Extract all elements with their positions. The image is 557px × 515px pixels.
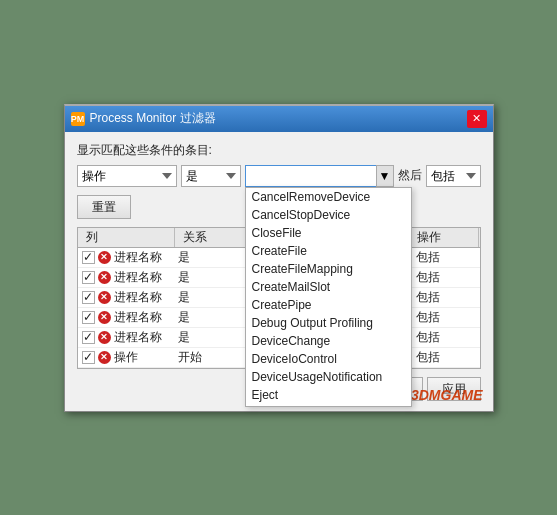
checkbox-5[interactable]: ✓	[82, 351, 95, 364]
td-col-2: ✓ ✕ 进程名称	[78, 289, 175, 306]
td-act-1: 包括	[412, 269, 479, 286]
value-wrapper: ▼ CancelRemoveDeviceCancelStopDeviceClos…	[245, 165, 394, 187]
x-icon-2: ✕	[98, 291, 111, 304]
reset-button[interactable]: 重置	[77, 195, 131, 219]
td-col-0: ✓ ✕ 进程名称	[78, 249, 175, 266]
dropdown-arrow-btn[interactable]: ▼	[376, 165, 394, 187]
dropdown-list: CancelRemoveDeviceCancelStopDeviceCloseF…	[245, 187, 412, 407]
th-act: 操作	[409, 228, 479, 247]
filter-value-input[interactable]	[245, 165, 394, 187]
checkbox-2[interactable]: ✓	[82, 291, 95, 304]
td-col-4: ✓ ✕ 进程名称	[78, 329, 175, 346]
td-act-5: 包括	[412, 349, 479, 366]
action-select[interactable]: 操作进程名称PID路径结果	[77, 165, 177, 187]
dropdown-item[interactable]: CreateMailSlot	[246, 278, 411, 296]
is-select[interactable]: 是不是小于大于	[181, 165, 241, 187]
app-icon: PM	[71, 112, 85, 126]
checkbox-0[interactable]: ✓	[82, 251, 95, 264]
window-title: Process Monitor 过滤器	[90, 110, 216, 127]
main-window: PM Process Monitor 过滤器 ✕ 显示匹配这些条件的条目: 操作…	[64, 104, 494, 412]
x-icon-0: ✕	[98, 251, 111, 264]
checkbox-1[interactable]: ✓	[82, 271, 95, 284]
watermark: 3DMGAME	[411, 387, 483, 403]
filter-row: 操作进程名称PID路径结果 是不是小于大于 ▼ CancelRemoveDevi…	[77, 165, 481, 187]
dropdown-item[interactable]: CancelRemoveDevice	[246, 188, 411, 206]
titlebar: PM Process Monitor 过滤器 ✕	[65, 106, 493, 132]
dropdown-item[interactable]: Debug Output Profiling	[246, 314, 411, 332]
dropdown-item[interactable]: CloseFile	[246, 224, 411, 242]
dropdown-item[interactable]: DeviceIoControl	[246, 350, 411, 368]
td-act-2: 包括	[412, 289, 479, 306]
dropdown-item[interactable]: DeviceChange	[246, 332, 411, 350]
include-select[interactable]: 包括排除	[426, 165, 481, 187]
td-act-4: 包括	[412, 329, 479, 346]
x-icon-5: ✕	[98, 351, 111, 364]
x-icon-3: ✕	[98, 311, 111, 324]
td-col-5: ✓ ✕ 操作	[78, 349, 175, 366]
dropdown-item[interactable]: FileStreamInformation	[246, 404, 411, 407]
checkbox-3[interactable]: ✓	[82, 311, 95, 324]
dropdown-item[interactable]: CreatePipe	[246, 296, 411, 314]
dropdown-item[interactable]: CreateFile	[246, 242, 411, 260]
td-col-3: ✓ ✕ 进程名称	[78, 309, 175, 326]
titlebar-left: PM Process Monitor 过滤器	[71, 110, 216, 127]
dropdown-item[interactable]: Eject	[246, 386, 411, 404]
x-icon-4: ✕	[98, 331, 111, 344]
then-label: 然后	[398, 167, 422, 184]
td-act-3: 包括	[412, 309, 479, 326]
dropdown-item[interactable]: CancelStopDevice	[246, 206, 411, 224]
x-icon-1: ✕	[98, 271, 111, 284]
dropdown-item[interactable]: CreateFileMapping	[246, 260, 411, 278]
checkbox-4[interactable]: ✓	[82, 331, 95, 344]
content-area: 显示匹配这些条件的条目: 操作进程名称PID路径结果 是不是小于大于 ▼ Can…	[65, 132, 493, 411]
filter-label: 显示匹配这些条件的条目:	[77, 142, 481, 159]
td-col-1: ✓ ✕ 进程名称	[78, 269, 175, 286]
th-col: 列	[78, 228, 175, 247]
td-act-0: 包括	[412, 249, 479, 266]
close-button[interactable]: ✕	[467, 110, 487, 128]
dropdown-item[interactable]: DeviceUsageNotification	[246, 368, 411, 386]
